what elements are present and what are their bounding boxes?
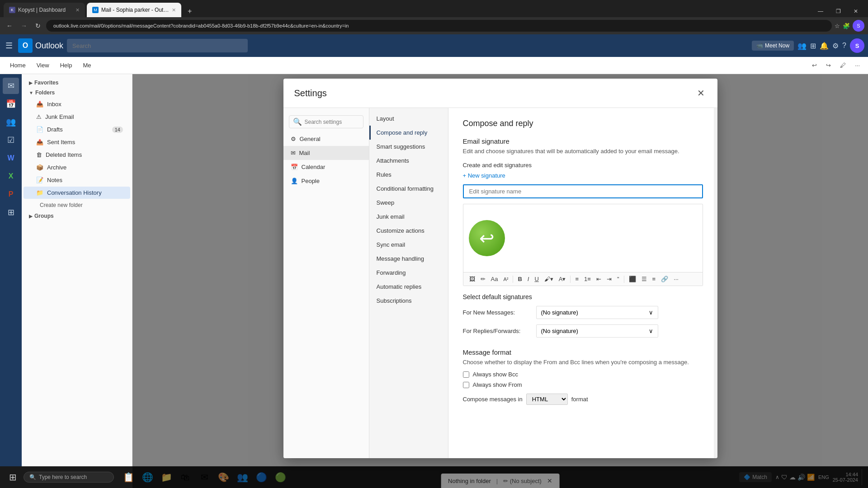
maximize-button[interactable]: ❐ [830,6,847,16]
teams-button[interactable]: 👥 [797,42,807,50]
taskbar-search-box[interactable]: 🔍 Type here to search [24,472,114,483]
editor-content-area[interactable]: ↩ [463,204,703,272]
apps-button[interactable]: ⊞ [810,42,816,50]
subnav-rules[interactable]: Rules [369,168,448,182]
new-messages-select[interactable]: (No signature) ∨ [536,306,658,319]
forward-button[interactable]: → [18,21,30,30]
help-button[interactable]: ? [842,42,846,50]
always-show-bcc-checkbox[interactable] [463,371,469,378]
settings-search-input[interactable] [305,119,359,125]
editor-pen-button[interactable]: ✏ [478,274,488,284]
folders-header[interactable]: ▼ Folders [22,88,132,98]
toolbar-redo[interactable]: ↪ [823,61,834,70]
notification-bell[interactable]: 🔔 [820,42,829,50]
video-button[interactable]: 📹Meet Now [752,41,794,51]
profile-button[interactable]: S [853,20,864,32]
editor-link-button[interactable]: 🔗 [659,274,670,284]
rail-people-icon[interactable]: 👥 [3,114,19,130]
editor-bold-button[interactable]: B [515,274,524,284]
address-bar[interactable] [46,20,832,32]
new-signature-button[interactable]: + New signature [463,172,505,179]
settings-scrollbar[interactable] [714,108,717,458]
star-button[interactable]: ☆ [835,23,840,29]
editor-format-button[interactable]: Aa [489,274,500,284]
tab-outlook[interactable]: M Mail - Sophia parker - Outlook ✕ [87,3,181,17]
editor-align-center-button[interactable]: ☰ [639,274,649,284]
subnav-compose-reply[interactable]: Compose and reply [369,126,448,140]
subnav-layout[interactable]: Layout [369,112,448,126]
settings-search-box[interactable]: 🔍 [289,115,363,128]
editor-highlight-button[interactable]: 🖌▾ [542,274,556,284]
subnav-automatic-replies[interactable]: Automatic replies [369,280,448,294]
toolbar-more[interactable]: ··· [852,61,863,70]
back-button[interactable]: ← [4,21,15,30]
editor-align-left-button[interactable]: ⬛ [627,274,638,284]
subnav-sync-email[interactable]: Sync email [369,238,448,252]
settings-nav-mail[interactable]: ✉ Mail [283,146,369,160]
settings-nav-people[interactable]: 👤 People [283,174,369,188]
subnav-customize-actions[interactable]: Customize actions [369,224,448,238]
editor-italic-button[interactable]: I [525,274,532,284]
replies-select[interactable]: (No signature) ∨ [536,324,658,338]
start-button[interactable]: ⊞ [4,468,22,486]
sidebar-item-archive[interactable]: 📦 Archive [24,161,130,174]
editor-more-button[interactable]: ··· [671,274,681,284]
toolbar-format[interactable]: 🖊 [837,61,849,70]
subnav-junk-email[interactable]: Junk email [369,210,448,224]
compose-format-select[interactable]: HTML Plain text [526,394,568,405]
tab-outlook-close[interactable]: ✕ [172,7,176,13]
settings-gear-icon[interactable]: ⚙ [832,42,839,50]
rail-todo-icon[interactable]: ☑ [3,132,19,148]
signature-name-input[interactable] [463,184,703,198]
settings-nav-general[interactable]: ⚙ General [283,132,369,146]
settings-close-button[interactable]: ✕ [695,86,707,100]
app-search-input[interactable] [67,39,248,52]
minimize-button[interactable]: — [811,6,830,16]
editor-font-color-button[interactable]: A▾ [557,274,568,284]
rail-excel-icon[interactable]: X [3,168,19,184]
sidebar-item-inbox[interactable]: 📥 Inbox [24,98,130,110]
favorites-header[interactable]: ▶ Favorites [22,78,132,88]
menu-me[interactable]: Me [78,60,95,70]
subnav-sweep[interactable]: Sweep [369,196,448,210]
editor-quote-button[interactable]: " [615,274,622,284]
window-controls[interactable]: — ❐ ✕ [811,6,864,16]
rail-powerpoint-icon[interactable]: P [3,186,19,202]
subnav-smart-suggestions[interactable]: Smart suggestions [369,140,448,154]
sidebar-item-sent[interactable]: 📤 Sent Items [24,136,130,148]
subnav-conditional-formatting[interactable]: Conditional formatting [369,182,448,196]
tab-kopyst[interactable]: K Kopyst | Dashboard ✕ [4,3,85,17]
editor-outdent-button[interactable]: ⇤ [594,274,604,284]
editor-bullets-button[interactable]: ≡ [573,274,581,284]
close-button[interactable]: ✕ [847,6,864,16]
user-avatar[interactable]: S [850,38,864,53]
new-tab-button[interactable]: + [183,5,196,17]
rail-calendar-icon[interactable]: 📅 [3,96,19,112]
editor-image-button[interactable]: 🖼 [467,274,477,284]
rail-word-icon[interactable]: W [3,150,19,166]
subnav-message-handling[interactable]: Message handling [369,252,448,266]
always-show-from-checkbox[interactable] [463,382,469,388]
settings-nav-calendar[interactable]: 📅 Calendar [283,160,369,174]
sidebar-item-drafts[interactable]: 📄 Drafts 14 [24,123,130,136]
menu-home[interactable]: Home [5,60,30,70]
create-new-folder[interactable]: Create new folder [22,199,132,211]
menu-view[interactable]: View [32,60,54,70]
sidebar-item-notes[interactable]: 📝 Notes [24,174,130,186]
editor-superscript-button[interactable]: A² [501,275,510,283]
subnav-attachments[interactable]: Attachments [369,154,448,168]
sidebar-item-conversation-history[interactable]: 📁 Conversation History [24,187,130,199]
tab-kopyst-close[interactable]: ✕ [75,7,80,13]
rail-apps-icon[interactable]: ⊞ [3,204,19,221]
hamburger-button[interactable]: ☰ [4,39,14,52]
editor-indent-button[interactable]: ⇥ [604,274,614,284]
subnav-forwarding[interactable]: Forwarding [369,266,448,280]
groups-header[interactable]: ▶ Groups [22,211,132,221]
menu-help[interactable]: Help [56,60,77,70]
editor-underline-button[interactable]: U [532,274,541,284]
sidebar-item-deleted[interactable]: 🗑 Deleted Items [24,149,130,161]
sidebar-item-junk[interactable]: ⚠ Junk Email [24,111,130,123]
extensions-button[interactable]: 🧩 [843,23,850,29]
reload-button[interactable]: ↻ [33,21,43,30]
editor-align-right-button[interactable]: ≡ [650,274,658,284]
